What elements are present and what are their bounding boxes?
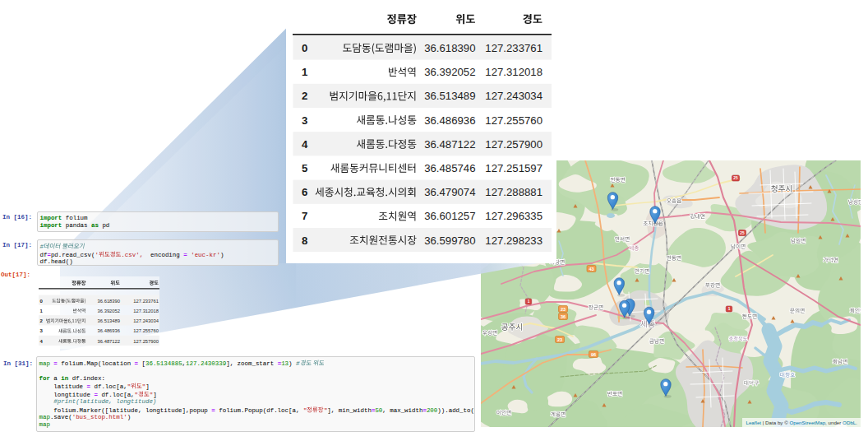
svg-text:36.392052: 36.392052 [424, 66, 475, 78]
svg-text:127.243034: 127.243034 [485, 90, 542, 102]
svg-text:127.233761: 127.233761 [485, 42, 542, 54]
svg-text:127.255760: 127.255760 [485, 114, 542, 127]
svg-text:36.479074: 36.479074 [424, 186, 475, 198]
svg-text:36.513489: 36.513489 [424, 90, 475, 102]
svg-text:7: 7 [302, 210, 307, 222]
svg-text:3: 3 [302, 114, 307, 127]
svg-text:36.599780: 36.599780 [424, 234, 475, 247]
svg-text:127.312018: 127.312018 [485, 66, 542, 78]
svg-text:127.298233: 127.298233 [485, 234, 542, 247]
svg-text:6: 6 [302, 186, 307, 198]
svg-text:1: 1 [302, 66, 307, 78]
svg-text:2: 2 [302, 90, 307, 102]
svg-text:127.257900: 127.257900 [485, 138, 542, 151]
svg-text:127.296335: 127.296335 [485, 210, 542, 222]
svg-text:8: 8 [302, 234, 307, 247]
svg-text:127.288881: 127.288881 [485, 186, 542, 198]
svg-text:0: 0 [302, 42, 307, 54]
svg-text:36.487122: 36.487122 [424, 138, 475, 151]
svg-text:36.486936: 36.486936 [424, 114, 475, 127]
svg-text:4: 4 [302, 138, 308, 151]
svg-text:36.618390: 36.618390 [424, 42, 475, 54]
svg-text:36.485746: 36.485746 [424, 162, 475, 174]
svg-text:36.601257: 36.601257 [424, 210, 475, 222]
svg-text:127.251597: 127.251597 [485, 162, 542, 174]
svg-text:5: 5 [302, 162, 307, 174]
